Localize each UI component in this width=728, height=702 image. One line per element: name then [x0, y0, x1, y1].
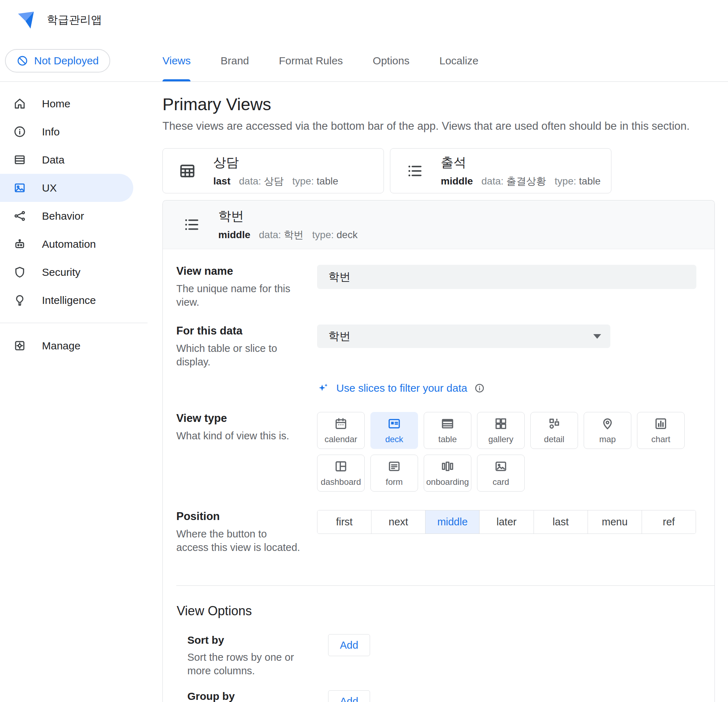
- page-title: Primary Views: [162, 95, 728, 114]
- page-subtitle: These views are accessed via the bottom …: [162, 120, 728, 133]
- not-deployed-pill[interactable]: Not Deployed: [5, 49, 110, 72]
- for-this-data-description: Which table or slice to display.: [176, 342, 302, 368]
- view-type-option-label: onboarding: [426, 477, 469, 487]
- sort-by-label: Sort by: [187, 634, 308, 646]
- sidebar-item-manage[interactable]: Manage: [0, 332, 147, 360]
- tab-views[interactable]: Views: [162, 40, 191, 81]
- sidebar-item-automation[interactable]: Automation: [0, 230, 147, 258]
- position-row: Position Where the button to access this…: [163, 510, 715, 554]
- position-last[interactable]: last: [534, 510, 588, 533]
- section-divider: [176, 585, 715, 586]
- group-by-label: Group by: [187, 690, 308, 702]
- view-card-meta: middle data: 출결상황 type: table: [441, 175, 601, 188]
- position-first[interactable]: first: [318, 510, 371, 533]
- deploy-status-label: Not Deployed: [34, 55, 99, 67]
- sidebar-item-label: Home: [42, 98, 70, 110]
- view-type-description: What kind of view this is.: [176, 429, 302, 442]
- position-option-label: middle: [437, 516, 467, 528]
- sidebar-item-behavior[interactable]: Behavior: [0, 202, 147, 230]
- app-header: 학급관리앱: [0, 0, 728, 40]
- group-by-text: Group by Group rows by the values in one…: [187, 690, 328, 702]
- slices-row: Use slices to filter your data: [317, 382, 715, 394]
- tab-brand[interactable]: Brand: [220, 40, 249, 81]
- tab-format-rules[interactable]: Format Rules: [279, 40, 343, 81]
- view-name-label: View name: [176, 265, 302, 277]
- view-card-meta: last data: 상담 type: table: [213, 175, 338, 188]
- sidebar-item-data[interactable]: Data: [0, 146, 147, 174]
- position-option-label: last: [553, 516, 569, 528]
- position-option-label: later: [497, 516, 517, 528]
- view-name-description: The unique name for this view.: [176, 282, 302, 309]
- position-menu[interactable]: menu: [588, 510, 641, 533]
- position-option-label: ref: [663, 516, 675, 528]
- expanded-view-header[interactable]: 학번 middle data: 학번 type: deck: [163, 201, 715, 249]
- tab-localize-label: Localize: [439, 55, 478, 67]
- view-type-option-label: dashboard: [321, 477, 361, 487]
- automation-robot-icon: [13, 237, 26, 251]
- view-type-onboarding[interactable]: onboarding: [424, 455, 471, 491]
- view-type-dashboard[interactable]: dashboard: [317, 455, 365, 491]
- view-card-title: 상담: [213, 154, 338, 171]
- use-slices-link[interactable]: Use slices to filter your data: [336, 382, 467, 394]
- sidebar-item-security[interactable]: Security: [0, 258, 147, 286]
- sidebar-item-label: Manage: [42, 340, 80, 352]
- table-view-icon: [178, 162, 196, 180]
- view-type-detail[interactable]: detail: [530, 412, 578, 449]
- tab-localize[interactable]: Localize: [439, 40, 478, 81]
- sidebar-item-home[interactable]: Home: [0, 90, 147, 118]
- view-position: last: [213, 176, 230, 187]
- sidebar-item-label: Data: [42, 154, 64, 166]
- expanded-view-card: 학번 middle data: 학번 type: deck View name …: [162, 200, 715, 702]
- sidebar-item-info[interactable]: Info: [0, 118, 147, 146]
- group-by-add-button[interactable]: Add: [328, 690, 370, 702]
- tab-options[interactable]: Options: [373, 40, 409, 81]
- data-icon: [13, 153, 26, 166]
- position-later[interactable]: later: [479, 510, 533, 533]
- view-type-form[interactable]: form: [370, 455, 418, 491]
- app-title: 학급관리앱: [47, 12, 102, 27]
- view-type-chart[interactable]: chart: [637, 412, 685, 449]
- card-icon: [494, 459, 508, 474]
- expanded-view-title: 학번: [218, 208, 358, 225]
- sidebar-item-intelligence[interactable]: Intelligence: [0, 286, 147, 314]
- view-type-deck[interactable]: deck: [370, 412, 418, 449]
- position-next[interactable]: next: [371, 510, 425, 533]
- view-type-row: View type What kind of view this is. cal…: [163, 412, 715, 491]
- appsheet-logo[interactable]: [15, 10, 37, 30]
- topbar: Not Deployed Views Brand Format Rules Op…: [0, 40, 728, 82]
- view-card-sangdam[interactable]: 상담 last data: 상담 type: table: [162, 148, 384, 194]
- intelligence-bulb-icon: [13, 293, 26, 307]
- chart-icon: [654, 417, 668, 431]
- for-this-data-select[interactable]: 학번: [317, 325, 610, 348]
- tab-format-rules-label: Format Rules: [279, 55, 343, 67]
- view-type-option-label: table: [438, 434, 457, 444]
- sort-by-add-button[interactable]: Add: [328, 634, 370, 656]
- view-type-gallery[interactable]: gallery: [477, 412, 525, 449]
- dropdown-caret-icon: [593, 334, 601, 339]
- view-card-title: 출석: [441, 154, 601, 171]
- view-card-chulseok[interactable]: 출석 middle data: 출결상황 type: table: [390, 148, 611, 194]
- position-ref[interactable]: ref: [641, 510, 696, 533]
- info-icon[interactable]: [474, 383, 485, 393]
- view-type-table[interactable]: table: [424, 412, 471, 449]
- view-type-grid: calendar deck table gallery: [317, 412, 687, 491]
- view-data: data: 학번: [259, 228, 303, 242]
- sidebar-item-ux[interactable]: UX: [0, 174, 133, 202]
- view-name-input[interactable]: [317, 265, 696, 289]
- home-icon: [13, 97, 26, 110]
- view-type-option-label: deck: [385, 434, 403, 444]
- not-deployed-icon: [16, 55, 29, 67]
- sort-by-row: Sort by Sort the rows by one or more col…: [163, 634, 715, 677]
- view-card-text: 상담 last data: 상담 type: table: [213, 154, 338, 188]
- view-type-label: View type: [176, 412, 302, 425]
- for-this-data-row: For this data Which table or slice to di…: [163, 325, 715, 368]
- view-type-map[interactable]: map: [584, 412, 631, 449]
- view-type-calendar[interactable]: calendar: [317, 412, 365, 449]
- position-label: Position: [176, 510, 302, 523]
- tab-views-label: Views: [162, 55, 191, 67]
- detail-icon: [547, 417, 561, 431]
- sort-by-text: Sort by Sort the rows by one or more col…: [187, 634, 328, 677]
- view-type-card[interactable]: card: [477, 455, 525, 491]
- view-type-option-label: card: [493, 477, 509, 487]
- position-middle[interactable]: middle: [425, 510, 479, 533]
